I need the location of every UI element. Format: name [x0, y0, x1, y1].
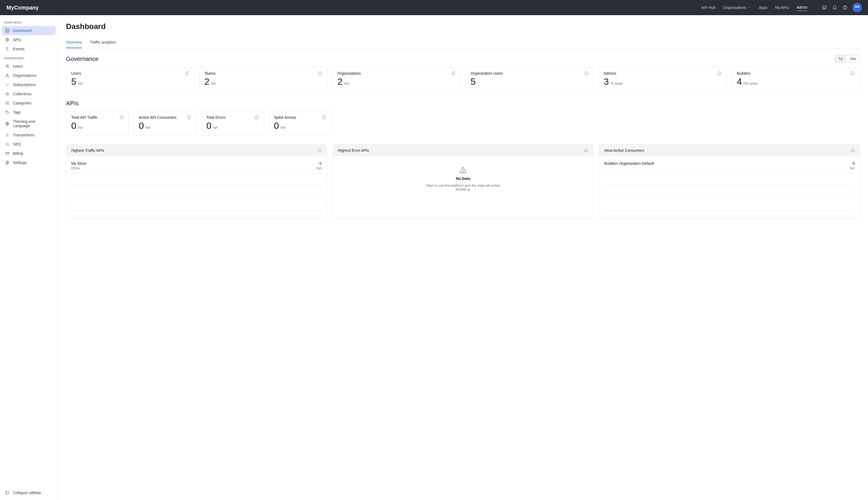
user-avatar[interactable]	[853, 3, 861, 12]
stat-card-users: Users5NA	[66, 67, 194, 91]
collapse-sidebar-button[interactable]: Collapse sidebar	[2, 488, 56, 497]
svg-point-21	[7, 162, 8, 163]
help-icon[interactable]	[843, 5, 847, 10]
table-row-empty	[71, 174, 322, 186]
stat-value: 0	[71, 121, 76, 131]
tab-traffic[interactable]: Traffic analytics	[90, 37, 116, 48]
stat-card-errors: Total Errors0NA	[201, 111, 264, 135]
stat-card-spike: Spike Arrests0NA	[269, 111, 332, 135]
upload-icon	[5, 47, 10, 51]
row-category: Other	[71, 166, 86, 170]
sidebar-item-transactions[interactable]: Transactions	[2, 130, 56, 140]
info-icon[interactable]	[187, 115, 191, 120]
nav-link-label: Organizations	[723, 5, 746, 10]
sidebar-item-label: SEO	[13, 142, 21, 146]
sidebar-item-settings[interactable]: Settings	[2, 158, 56, 167]
info-icon[interactable]	[451, 71, 455, 76]
apis-stats: Total API Traffic0NAActive API Consumers…	[66, 111, 331, 135]
brand-logo[interactable]: MyCompany	[7, 4, 39, 11]
sidebar-item-organizations[interactable]: Organizations	[2, 71, 56, 80]
info-icon[interactable]	[322, 115, 326, 120]
top-nav-links: API HubOrganizationsAppsMy APIsAdmin	[701, 4, 808, 11]
range-option-7d[interactable]: 7d	[835, 55, 846, 62]
list-icon	[5, 101, 10, 105]
info-icon[interactable]	[850, 148, 855, 152]
info-icon[interactable]	[850, 71, 855, 76]
stat-title: Spike Arrests	[274, 115, 296, 120]
svg-point-10	[8, 65, 9, 66]
stat-sub: NA	[213, 126, 218, 129]
stat-value: 5	[470, 77, 476, 87]
panel-title: Most Active Consumers	[604, 148, 644, 152]
nav-link-label: Apps	[759, 5, 768, 10]
stat-sub: /25 seats	[744, 81, 758, 86]
nav-link-apps[interactable]: Apps	[759, 4, 768, 11]
svg-point-1	[845, 8, 845, 9]
svg-point-19	[6, 143, 8, 145]
table-row-empty	[604, 174, 855, 186]
stat-title: Organization Users	[470, 71, 503, 76]
empty-state-subtitle: Start to use the platform and the data w…	[422, 183, 503, 192]
svg-point-2	[854, 4, 860, 11]
sidebar-group-title: Administration	[0, 54, 58, 62]
svg-point-11	[7, 74, 8, 75]
info-icon[interactable]	[255, 115, 259, 120]
sidebar: GovernanceDashboardAPIsEventsAdministrat…	[0, 15, 58, 500]
sidebar-item-categories[interactable]: Categories	[2, 99, 56, 108]
stat-title: Admins	[604, 71, 616, 76]
row-name: My Store	[71, 161, 86, 166]
info-icon[interactable]	[717, 71, 722, 76]
nav-link-api-hub[interactable]: API Hub	[701, 4, 715, 11]
sidebar-item-events[interactable]: Events	[2, 44, 56, 54]
tab-overview[interactable]: Overview	[66, 37, 82, 48]
range-option-30d[interactable]: 30d	[846, 55, 860, 62]
sidebar-item-seo[interactable]: SEO	[2, 140, 56, 149]
sidebar-item-users[interactable]: Users	[2, 62, 56, 71]
nav-link-organizations[interactable]: Organizations	[723, 4, 751, 11]
warning-icon	[459, 166, 467, 174]
nav-link-admin[interactable]: Admin	[797, 4, 808, 11]
sidebar-item-subscriptions[interactable]: Subscriptions	[2, 80, 56, 89]
star-icon	[5, 92, 10, 96]
chevron-down-icon	[748, 6, 751, 9]
sidebar-item-label: Settings	[13, 160, 27, 165]
inbox-icon[interactable]	[822, 5, 827, 10]
stat-sub: NA	[78, 126, 83, 129]
svg-rect-20	[6, 152, 9, 155]
main-content: Dashboard OverviewTraffic analytics Gove…	[58, 15, 868, 500]
stat-value: 3	[604, 77, 609, 87]
info-icon[interactable]	[119, 115, 124, 120]
stat-title: Organizations	[337, 71, 360, 76]
sidebar-group-title: Governance	[0, 18, 58, 26]
row-delta: NA	[317, 166, 322, 170]
info-icon[interactable]	[185, 71, 189, 76]
table-row[interactable]: Builders Organization-Default0NA	[604, 158, 855, 174]
sidebar-item-billing[interactable]: Billing	[2, 149, 56, 158]
table-row-empty	[604, 198, 855, 211]
sidebar-item-apis[interactable]: APIs	[2, 35, 56, 44]
stat-card-traffic: Total API Traffic0NA	[66, 111, 129, 135]
nav-link-my-apis[interactable]: My APIs	[775, 4, 789, 11]
sidebar-item-theming[interactable]: Theming and Language	[2, 117, 56, 130]
card-icon	[5, 151, 10, 156]
svg-point-12	[6, 76, 7, 77]
sidebar-item-label: Categories	[13, 101, 31, 105]
governance-stats: Users5NATeams2NAOrganizations2NAOrganiza…	[66, 67, 860, 91]
info-icon[interactable]	[318, 71, 322, 76]
org-icon	[5, 73, 10, 78]
sidebar-item-label: APIs	[13, 38, 21, 42]
sidebar-item-dashboard[interactable]: Dashboard	[2, 26, 56, 35]
bell-icon[interactable]	[832, 5, 837, 10]
stat-value: 2	[204, 77, 210, 87]
info-icon[interactable]	[317, 148, 322, 152]
stat-card-builders: Builders4/25 seats	[732, 67, 860, 91]
sidebar-item-collections[interactable]: Collections	[2, 89, 56, 99]
stat-title: Total Errors	[206, 115, 226, 120]
sidebar-item-tags[interactable]: Tags	[2, 108, 56, 117]
stat-sub: /5 seats	[611, 81, 623, 86]
table-row[interactable]: My StoreOther0NA	[71, 158, 322, 174]
svg-point-5	[856, 6, 857, 7]
info-icon[interactable]	[584, 148, 588, 152]
sidebar-item-label: Dashboard	[13, 29, 32, 33]
info-icon[interactable]	[584, 71, 589, 76]
